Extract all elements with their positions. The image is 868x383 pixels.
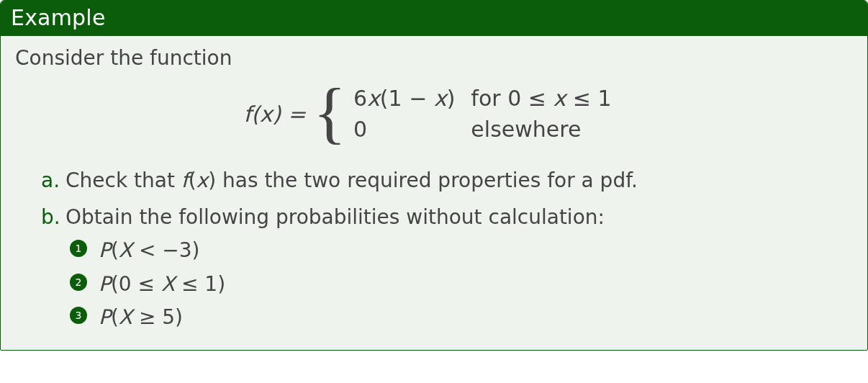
question-list: Check that f(x) has the two required pro… bbox=[15, 166, 853, 333]
case2-expr: 0 bbox=[351, 114, 468, 145]
question-b: Obtain the following probabilities witho… bbox=[41, 203, 853, 333]
case1-cond: for 0 ≤ x ≤ 1 bbox=[468, 83, 624, 114]
sub-question-3: P(X ≥ 5) bbox=[70, 303, 853, 333]
case1-expr: 6x(1 − x) bbox=[351, 83, 468, 114]
block-body: Consider the function f(x) = { 6x(1 − x)… bbox=[1, 36, 867, 350]
sub-question-1: P(X < −3) bbox=[70, 236, 853, 266]
question-a: Check that f(x) has the two required pro… bbox=[41, 166, 853, 196]
cases-table: 6x(1 − x) for 0 ≤ x ≤ 1 0 elsewhere bbox=[351, 83, 625, 145]
equation: f(x) = { 6x(1 − x) for 0 ≤ x ≤ 1 0 elsew… bbox=[15, 83, 853, 145]
equation-lhs: f(x) = bbox=[243, 102, 305, 127]
block-title: Example bbox=[11, 5, 106, 30]
intro-text: Consider the function bbox=[15, 46, 853, 70]
sub-question-2: P(0 ≤ X ≤ 1) bbox=[70, 270, 853, 299]
example-block: Example Consider the function f(x) = { 6… bbox=[0, 0, 868, 351]
block-header: Example bbox=[1, 1, 867, 36]
sub-question-list: P(X < −3) P(0 ≤ X ≤ 1) P(X ≥ 5) bbox=[65, 236, 853, 333]
case2-cond: elsewhere bbox=[468, 114, 624, 145]
left-brace-icon: { bbox=[313, 88, 346, 136]
question-b-text: Obtain the following probabilities witho… bbox=[65, 205, 605, 229]
cases-brace: { 6x(1 − x) for 0 ≤ x ≤ 1 0 elsewhere bbox=[313, 83, 625, 145]
